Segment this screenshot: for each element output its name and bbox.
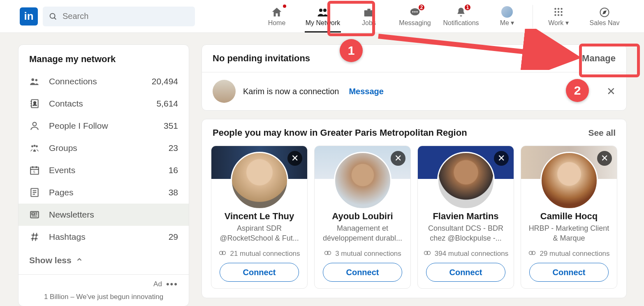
mutual-icon <box>528 250 536 258</box>
sidebar-item-count: 351 <box>164 121 178 131</box>
svg-line-47 <box>32 233 34 241</box>
person-name[interactable]: Vincent Le Thuy <box>216 211 302 222</box>
dismiss-person-icon[interactable]: ✕ <box>494 151 509 166</box>
person-headline: Aspirant SDR @RocketSchool & Fut... <box>216 223 302 244</box>
svg-point-15 <box>561 11 562 13</box>
person-avatar[interactable] <box>231 152 288 209</box>
home-icon <box>271 6 283 19</box>
sidebar-item-groups[interactable]: Groups 23 <box>19 137 189 159</box>
message-link[interactable]: Message <box>349 87 384 96</box>
svg-line-48 <box>35 233 37 241</box>
sidebar-item-pages[interactable]: Pages 38 <box>19 181 189 204</box>
sidebar-item-label: Hashtags <box>49 232 86 242</box>
sidebar-item-label: Pages <box>49 188 74 197</box>
manage-network-card: Manage my network Connections 20,494 Con… <box>18 44 189 306</box>
person-avatar[interactable] <box>437 152 495 209</box>
sidebar-item-count: 29 <box>169 232 178 242</box>
svg-rect-5 <box>367 9 371 10</box>
person-card: ✕ Flavien Martins Consultant DCS - BDR c… <box>417 146 514 289</box>
connect-button[interactable]: Connect <box>220 263 299 282</box>
people-icon <box>317 6 329 19</box>
nav-label: My Network <box>306 19 340 27</box>
person-name[interactable]: Ayoub Loubiri <box>320 211 405 222</box>
hashtag-icon <box>29 232 40 242</box>
nav-sales-nav[interactable]: Sales Nav <box>581 0 628 32</box>
connect-button[interactable]: Connect <box>426 263 505 282</box>
sidebar-item-label: Contacts <box>49 99 83 109</box>
svg-point-11 <box>558 8 559 9</box>
ad-text: 1 Billion – We've just begun innovating <box>19 293 189 306</box>
notifications-badge: 1 <box>464 4 471 11</box>
messaging-badge: 2 <box>418 4 425 11</box>
svg-rect-4 <box>364 10 374 16</box>
ad-options-icon[interactable]: ••• <box>166 279 178 290</box>
nav-label: Messaging <box>399 19 431 27</box>
sidebar-item-label: Connections <box>49 76 97 86</box>
person-headline: Consultant DCS - BDR chez @Blockpulse -.… <box>423 223 509 244</box>
mutual-text: 3 mutual connections <box>335 250 401 258</box>
mutual-icon <box>324 250 332 258</box>
connection-avatar[interactable] <box>213 80 236 103</box>
sidebar-item-events[interactable]: 5 Events 16 <box>19 159 189 181</box>
sidebar-item-count: 23 <box>169 143 178 153</box>
sidebar-title: Manage my network <box>19 45 189 70</box>
top-nav: in Home My Network Jobs <box>0 0 644 33</box>
person-avatar[interactable] <box>540 152 598 209</box>
person-name[interactable]: Camille Hocq <box>526 211 612 222</box>
dismiss-person-icon[interactable]: ✕ <box>287 151 302 166</box>
linkedin-logo[interactable]: in <box>20 7 38 26</box>
person-headline: HRBP - Marketing Client & Marque <box>526 223 612 244</box>
nav-messaging[interactable]: 2 Messaging <box>392 0 438 32</box>
calendar-icon: 5 <box>29 165 40 176</box>
svg-point-2 <box>319 9 322 12</box>
sidebar-item-people-follow[interactable]: People I Follow 351 <box>19 115 189 137</box>
sidebar-item-hashtags[interactable]: Hashtags 29 <box>19 226 189 248</box>
compass-icon <box>599 6 610 19</box>
nav-my-network[interactable]: My Network <box>300 0 346 32</box>
page-icon <box>29 187 40 198</box>
grid-icon <box>553 6 564 18</box>
connect-button[interactable]: Connect <box>529 263 608 282</box>
connect-button[interactable]: Connect <box>323 263 402 282</box>
mutual-text: 394 mutual connections <box>435 250 509 258</box>
dismiss-person-icon[interactable]: ✕ <box>391 151 405 166</box>
nav-label: Work ▾ <box>548 19 569 27</box>
dismiss-notification-icon[interactable]: ✕ <box>607 85 616 98</box>
nav-jobs[interactable]: Jobs <box>346 0 392 32</box>
nav-notifications[interactable]: 1 Notifications <box>438 0 484 32</box>
nav-home[interactable]: Home <box>254 0 300 32</box>
sidebar-item-contacts[interactable]: Contacts 5,614 <box>19 93 189 115</box>
svg-point-0 <box>50 13 55 18</box>
nav-label: Notifications <box>443 19 479 27</box>
address-book-icon <box>29 98 40 109</box>
ad-label: Ad <box>153 280 162 288</box>
svg-point-3 <box>323 9 327 12</box>
search-input[interactable] <box>63 12 189 21</box>
person-card: ✕ Camille Hocq HRBP - Marketing Client &… <box>521 146 617 289</box>
sidebar-item-label: Newsletters <box>49 210 94 220</box>
invitations-header: No pending invitations <box>213 53 310 64</box>
person-avatar[interactable] <box>334 152 391 209</box>
ad-header: Ad ••• <box>19 275 189 293</box>
sidebar-item-connections[interactable]: Connections 20,494 <box>19 70 189 93</box>
connection-status-text: Karim is now a connection <box>243 87 339 96</box>
mutual-icon <box>423 250 431 258</box>
svg-line-1 <box>54 17 56 19</box>
dismiss-person-icon[interactable]: ✕ <box>597 151 612 166</box>
search-box[interactable] <box>43 7 195 26</box>
sidebar-item-count: 5,614 <box>156 99 178 109</box>
svg-point-18 <box>561 14 562 16</box>
svg-rect-41 <box>32 213 35 215</box>
person-name[interactable]: Flavien Martins <box>423 211 509 222</box>
nav-label: Home <box>268 19 286 27</box>
see-all-link[interactable]: See all <box>588 128 616 138</box>
person-icon <box>29 121 40 131</box>
nav-work[interactable]: Work ▾ <box>535 0 581 32</box>
people-icon <box>29 76 40 87</box>
manage-invitations-link[interactable]: Manage <box>582 53 616 64</box>
nav-me[interactable]: Me ▾ <box>484 0 530 32</box>
pymk-card: People you may know in Greater Paris Met… <box>202 119 627 298</box>
show-less-toggle[interactable]: Show less <box>19 248 189 274</box>
svg-point-20 <box>31 78 34 81</box>
sidebar-item-newsletters[interactable]: Newsletters <box>19 204 189 226</box>
